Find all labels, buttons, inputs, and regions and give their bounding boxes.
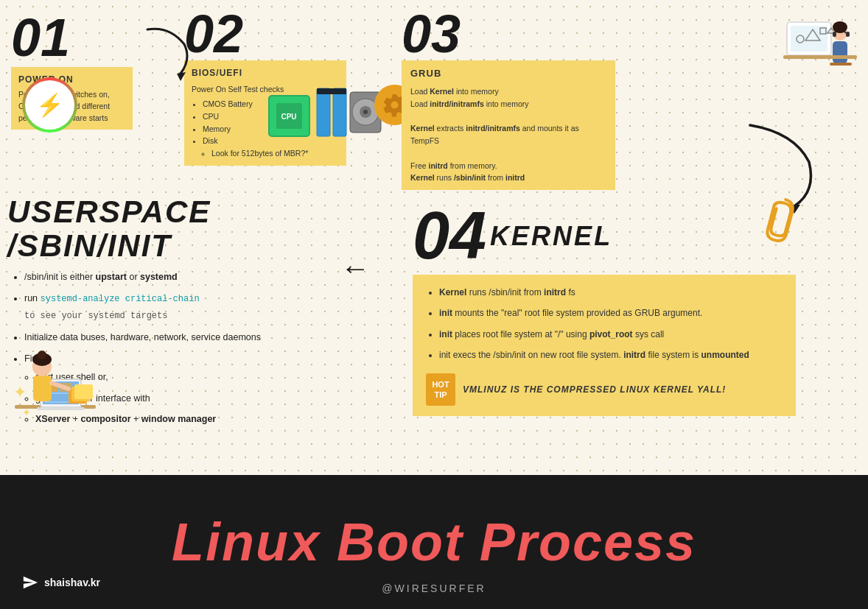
lightning-icon: ⚡ — [36, 92, 63, 118]
page-title: Linux Boot Process — [172, 512, 696, 572]
star-icon-2: ✦ — [22, 406, 31, 418]
step-01-number: 01 — [11, 8, 70, 67]
step-04-title: KERNEL — [490, 221, 612, 252]
hot-badge-line1: HOT — [430, 379, 451, 390]
brand-label: shaishav.kr — [22, 574, 100, 591]
step-03-line2: Load initrd/initramfs into memory — [410, 98, 606, 110]
person-illustration-tr — [780, 7, 861, 103]
svg-rect-5 — [317, 88, 346, 94]
left-arrow: ← — [340, 252, 370, 285]
step-03-number: 03 — [402, 4, 461, 63]
svg-rect-4 — [333, 88, 346, 136]
bottom-bar: Linux Boot Process @WIRESURFER shaishav.… — [0, 475, 868, 609]
arrow-01-to-02 — [140, 22, 195, 81]
svg-point-9 — [363, 110, 368, 114]
cpu-illustration: CPU — [265, 74, 383, 162]
hot-badge-line2: TIP — [430, 390, 451, 400]
step-03: 03 GRUB Load Kernel into memory Load ini… — [402, 7, 623, 190]
power-icon: ⚡ — [22, 77, 77, 133]
svg-rect-3 — [317, 88, 330, 136]
credit-text: @WIRESURFER — [382, 582, 486, 594]
step-04-item-4: init execs the /sbin/init on new root fi… — [439, 348, 783, 362]
svg-text:CPU: CPU — [281, 113, 296, 121]
step-04-number: 04 — [413, 203, 486, 269]
step-03-note: GRUB Load Kernel into memory Load initrd… — [402, 60, 615, 190]
svg-point-37 — [38, 351, 46, 359]
svg-rect-33 — [37, 407, 85, 410]
svg-rect-21 — [846, 32, 850, 37]
hot-tip-text: VMLINUZ IS THE COMPRESSED LINUX KERNEL Y… — [463, 382, 726, 397]
svg-point-22 — [833, 21, 847, 33]
svg-rect-34 — [33, 376, 52, 401]
svg-rect-19 — [833, 41, 847, 63]
step-04-item-2: init mounts the "real" root file system … — [439, 306, 783, 320]
hot-tip-badge: HOT TIP — [426, 373, 455, 406]
cpu-svg: CPU — [265, 74, 383, 162]
person-illustration-lm: ✦ ✦ — [11, 339, 99, 460]
hot-tip: HOT TIP VMLINUZ IS THE COMPRESSED LINUX … — [426, 373, 783, 406]
svg-rect-20 — [833, 32, 836, 37]
step-04-item-3: init places root file system at "/" usin… — [439, 327, 783, 342]
userspace-item-2: run systemd-analyze critical-chain to se… — [24, 290, 391, 325]
command-analyze: systemd-analyze critical-chain — [41, 294, 200, 304]
step-03-line4: Free initrd from memory. — [410, 160, 606, 172]
command-desc: to see your systemd targets — [24, 311, 167, 321]
brand-text: shaishav.kr — [44, 577, 100, 588]
brand-icon — [22, 574, 38, 591]
step-03-line1: Load Kernel into memory — [410, 85, 606, 98]
step-04-note: Kernel runs /sbin/init from initrd fs in… — [413, 275, 796, 416]
step-03-line5: Kernel runs /sbin/init from initrd — [410, 172, 606, 184]
step-04-list: Kernel runs /sbin/init from initrd fs in… — [439, 285, 783, 363]
star-icon: ✦ — [13, 383, 27, 401]
person-lm-svg: ✦ ✦ — [11, 339, 99, 460]
svg-rect-24 — [830, 63, 852, 66]
userspace-item-1: /sbin/init is either upstart or systemd — [24, 269, 391, 286]
svg-rect-40 — [74, 384, 93, 399]
svg-marker-25 — [177, 72, 186, 81]
userspace-title-line1: USERSPACE — [7, 194, 211, 229]
userspace-title-line2: /SBIN/INIT — [7, 228, 172, 263]
step-03-line3: Kernel extracts initrd/initramfs and mou… — [410, 122, 606, 147]
person-tr-svg — [780, 7, 861, 103]
userspace-title: USERSPACE /SBIN/INIT — [7, 195, 391, 263]
step-04-item-1: Kernel runs /sbin/init from initrd fs — [439, 285, 783, 300]
step-03-title: GRUB — [410, 66, 606, 82]
svg-rect-23 — [783, 55, 857, 59]
